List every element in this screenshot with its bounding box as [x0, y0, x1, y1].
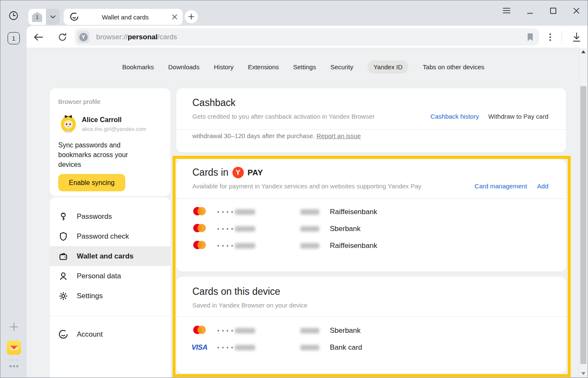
menu-divider	[50, 316, 170, 316]
nav-bookmarks[interactable]: Bookmarks	[122, 63, 154, 71]
pay-wordmark: PAY	[248, 168, 263, 177]
card-dots: ••••	[217, 242, 236, 249]
sidebar-item-passwords[interactable]: Passwords	[50, 207, 170, 226]
nav-yandex-id-active[interactable]: Yandex ID	[367, 60, 408, 73]
nav-security[interactable]: Security	[330, 63, 353, 71]
toolbar-divider	[561, 31, 562, 44]
person-icon	[58, 271, 68, 281]
yandex-pay-logo-icon: Y	[232, 167, 244, 178]
settings-menu-card: Passwords Password check Wallet and card…	[50, 197, 170, 378]
nav-downloads[interactable]: Downloads	[168, 63, 200, 71]
sidebar-item-label: Account	[77, 330, 102, 339]
back-button[interactable]	[32, 31, 44, 43]
scrollbar[interactable]	[579, 48, 587, 377]
url-text[interactable]: browser://personal/cards	[96, 33, 526, 41]
card-row[interactable]: VISA •••• Bank card	[176, 339, 566, 356]
ypay-cards-card: Cards in Y PAY Available for payment in …	[176, 160, 566, 272]
sidebar-item-personal-data[interactable]: Personal data	[50, 266, 170, 286]
sidebar-item-label: Password check	[77, 232, 129, 241]
nav-settings[interactable]: Settings	[293, 63, 316, 71]
cashback-note: withdrawal 30–120 days after the purchas…	[192, 132, 361, 139]
tab-group[interactable]: 1	[28, 9, 60, 25]
report-an-issue-link[interactable]: Report an issue	[316, 132, 361, 139]
card-bank: Sberbank	[330, 326, 361, 335]
withdraw-to-pay-card-link[interactable]: Withdraw to Pay card	[488, 113, 548, 120]
cashback-divider	[176, 129, 566, 130]
card-row[interactable]: •••• Raiffeisenbank	[176, 204, 566, 220]
card-bank: Raiffeisenbank	[330, 242, 377, 250]
card-dots: ••••	[217, 226, 236, 232]
scrollbar-up-icon[interactable]	[581, 50, 585, 53]
history-clock-icon[interactable]	[8, 11, 19, 21]
add-card-link[interactable]: Add	[537, 182, 548, 190]
rail-tabs-counter[interactable]: 1	[8, 32, 20, 44]
device-cards-title: Cards on this device	[192, 286, 280, 297]
bookmark-icon[interactable]	[526, 33, 534, 41]
card-bank: Raiffeisenbank	[330, 208, 377, 216]
gear-icon	[58, 291, 68, 301]
device-cards-subtitle: Saved in Yandex Browser on your device	[192, 302, 307, 309]
sidebar-item-password-check[interactable]: Password check	[50, 226, 170, 246]
menu-hamburger-icon[interactable]	[501, 5, 512, 16]
url-scheme: browser://	[96, 33, 128, 41]
card-number-blurred	[235, 226, 255, 232]
tab-group-badge[interactable]: 1	[28, 9, 46, 25]
rail-add-panel-icon[interactable]	[8, 321, 19, 332]
window-maximize-button[interactable]	[548, 5, 558, 16]
tab-title: Wallet and cards	[79, 14, 172, 21]
wallet-icon	[58, 251, 68, 261]
nav-tabs-other-devices[interactable]: Tabs on other devices	[423, 63, 484, 71]
new-tab-button[interactable]	[185, 10, 198, 23]
tab-close-icon[interactable]	[172, 14, 178, 20]
mastercard-icon	[192, 207, 207, 218]
browser-tab[interactable]: Wallet and cards	[64, 9, 183, 25]
site-icon[interactable]: Y	[77, 31, 89, 43]
card-bank: Bank card	[330, 343, 362, 352]
card-bank: Sberbank	[330, 225, 361, 233]
card-row[interactable]: •••• Sberbank	[176, 220, 566, 237]
sidebar-item-account[interactable]: Account	[50, 324, 170, 345]
nav-extensions[interactable]: Extensions	[248, 63, 279, 71]
device-cards-card: Cards on this device Saved in Yandex Bro…	[176, 277, 566, 373]
card-expiry-blurred	[300, 209, 319, 215]
card-expiry-blurred	[300, 345, 319, 351]
sidebar-item-wallet-and-cards[interactable]: Wallet and cards	[50, 246, 170, 266]
avatar[interactable]	[58, 112, 79, 133]
sidebar-item-settings[interactable]: Settings	[50, 286, 170, 306]
url-path: /cards	[158, 33, 177, 41]
card-dots: ••••	[217, 327, 236, 334]
ypay-subtitle: Available for payment in Yandex services…	[192, 182, 475, 190]
sidebar-item-label: Settings	[77, 292, 102, 300]
settings-nav: Bookmarks Downloads History Extensions S…	[27, 60, 580, 73]
reload-button[interactable]	[57, 31, 68, 43]
card-management-link[interactable]: Card management	[475, 182, 527, 190]
card-row[interactable]: •••• Raiffeisenbank	[176, 237, 566, 254]
card-number-blurred	[235, 328, 255, 334]
toolbar-more-icon[interactable]	[545, 31, 555, 43]
yandex-mail-icon[interactable]	[7, 340, 21, 355]
tab-group-expand[interactable]	[46, 9, 60, 25]
card-row[interactable]: •••• Sberbank	[176, 322, 566, 339]
nav-history[interactable]: History	[214, 63, 234, 71]
ypay-divider	[176, 199, 566, 199]
scrollbar-down-icon[interactable]	[581, 372, 585, 375]
window-close-button[interactable]	[571, 5, 582, 16]
visa-icon: VISA	[192, 343, 208, 352]
cashback-history-link[interactable]: Cashback history	[430, 113, 479, 120]
card-dots: ••••	[217, 209, 236, 215]
downloads-button[interactable]	[570, 31, 583, 44]
rail-more-icon[interactable]	[8, 363, 20, 370]
shield-icon	[58, 231, 68, 242]
address-bar[interactable]: Y browser://personal/cards	[75, 28, 539, 46]
sidebar-item-label: Wallet and cards	[77, 252, 133, 261]
card-expiry-blurred	[300, 328, 319, 334]
key-icon	[58, 212, 68, 222]
ypay-title-prefix: Cards in	[192, 167, 229, 178]
chevron-down-icon	[50, 15, 56, 19]
enable-syncing-button[interactable]: Enable syncing	[58, 174, 125, 191]
rail-divider	[9, 360, 19, 360]
cashback-subtitle: Gets credited to you after cashback acti…	[192, 113, 430, 120]
scrollbar-thumb[interactable]	[580, 86, 586, 364]
cashback-note-text: withdrawal 30–120 days after the purchas…	[192, 132, 315, 139]
window-minimize-button[interactable]	[524, 5, 535, 16]
